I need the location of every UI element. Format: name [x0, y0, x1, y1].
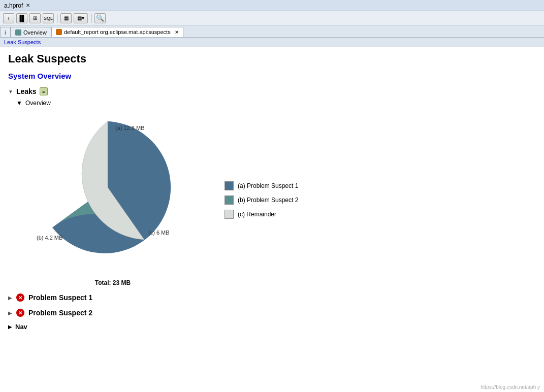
overview-section-title: Overview: [25, 100, 51, 107]
nav-label: Nav: [15, 323, 27, 331]
tab-overview-label: Overview: [23, 29, 47, 36]
legend-item-b: (b) Problem Suspect 2: [225, 195, 298, 205]
tab-bar: i Overview default_report org.eclipse.ma…: [0, 25, 544, 38]
legend-swatch-b: [225, 195, 234, 205]
tab-suspects-label: default_report org.eclipse.mat.api:suspe…: [64, 29, 171, 35]
leaks-section-title: Leaks: [16, 87, 37, 95]
info-button[interactable]: i: [3, 13, 14, 23]
pie-chart-wrapper: (a) 12.8 MB (b) 4.2 MB (c) 6 MB Total: 2…: [31, 114, 194, 286]
overview-tab-icon: [15, 29, 21, 36]
slice-a: [52, 121, 171, 253]
suspect-2-row[interactable]: ▶ ✕ Problem Suspect 2: [8, 308, 536, 318]
dropdown-button[interactable]: ▦▾: [74, 13, 88, 23]
title-close-icon[interactable]: ✕: [26, 3, 30, 8]
suspect-2-label: Problem Suspect 2: [28, 309, 92, 317]
legend-label-c: (c) Remainder: [238, 211, 276, 218]
system-overview-link[interactable]: System Overview: [8, 72, 71, 80]
legend-item-a: (a) Problem Suspect 1: [225, 181, 298, 190]
breadcrumb-link[interactable]: Leak Suspects: [4, 39, 41, 45]
nav-triangle: ▶: [8, 324, 12, 330]
chart-container: (a) 12.8 MB (b) 4.2 MB (c) 6 MB Total: 2…: [31, 114, 536, 286]
legend-label-b: (b) Problem Suspect 2: [238, 197, 298, 204]
grid-button[interactable]: ⊞: [29, 13, 41, 23]
suspect-1-row[interactable]: ▶ ✕ Problem Suspect 1: [8, 292, 536, 303]
title-file-name: a.hprof: [4, 2, 23, 9]
pie-chart: (a) 12.8 MB (b) 4.2 MB (c) 6 MB: [31, 114, 194, 276]
suspect-1-expand-icon: ▶: [8, 295, 12, 301]
toolbar-divider-1: [57, 14, 57, 23]
main-content: Leak Suspects Leak Suspects System Overv…: [0, 38, 544, 392]
watermark: https://blog.csdn.net/aph y: [481, 384, 540, 390]
tab-suspects-close-icon[interactable]: ✕: [175, 29, 179, 35]
sql-button[interactable]: SQL: [43, 13, 54, 23]
title-bar: a.hprof ✕: [0, 0, 544, 11]
leaks-section-icon: ≡: [40, 87, 48, 95]
toolbar: i ▐▌ ⊞ SQL ▦ ▦▾ 🔍: [0, 11, 544, 25]
pie-chart-svg: [31, 114, 184, 261]
bar-chart-button[interactable]: ▐▌: [16, 13, 27, 23]
page-content: Leak Suspects System Overview ▼ Leaks ≡ …: [0, 47, 544, 336]
search-button[interactable]: 🔍: [94, 13, 106, 23]
nav-section: ▶ Nav: [8, 323, 536, 331]
toolbar-divider-2: [91, 14, 91, 23]
chart-total: Total: 23 MB: [31, 279, 194, 286]
legend-swatch-a: [225, 181, 234, 190]
overview-section: ▼ Overview: [16, 100, 536, 286]
tab-overview[interactable]: Overview: [11, 27, 51, 37]
breadcrumb: Leak Suspects: [0, 38, 544, 47]
leaks-section-header[interactable]: ▼ Leaks ≡: [8, 87, 536, 95]
legend-swatch-c: [225, 210, 234, 219]
page-title: Leak Suspects: [8, 52, 536, 66]
legend-item-c: (c) Remainder: [225, 210, 298, 219]
leaks-collapse-triangle: ▼: [8, 89, 13, 94]
suspect-2-error-icon: ✕: [16, 309, 24, 317]
tab-info[interactable]: i: [0, 27, 11, 37]
suspects-section: ▶ ✕ Problem Suspect 1 ▶ ✕ Problem Suspec…: [8, 292, 536, 318]
suspect-2-expand-icon: ▶: [8, 310, 12, 316]
suspect-1-label: Problem Suspect 1: [28, 293, 92, 302]
layout-button[interactable]: ▦: [60, 13, 72, 23]
suspect-1-error-icon: ✕: [16, 293, 24, 302]
legend-label-a: (a) Problem Suspect 1: [238, 182, 298, 189]
info-tab-icon: i: [5, 29, 6, 36]
overview-collapse-triangle: ▼: [16, 100, 22, 107]
tab-suspects[interactable]: default_report org.eclipse.mat.api:suspe…: [51, 27, 183, 37]
overview-section-header[interactable]: ▼ Overview: [16, 100, 536, 107]
chart-legend: (a) Problem Suspect 1 (b) Problem Suspec…: [225, 181, 298, 219]
suspects-tab-icon: [56, 29, 62, 35]
